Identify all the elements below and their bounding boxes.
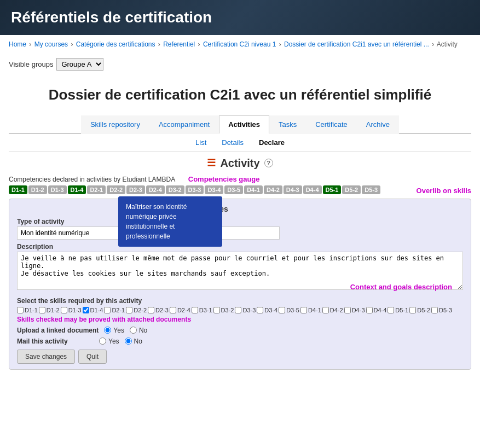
list-icon: ☰: [207, 157, 216, 169]
badge-d5-3[interactable]: D5-3: [362, 185, 380, 194]
skill-d1-2[interactable]: D1-2: [39, 307, 60, 313]
skill-d1-3[interactable]: D1-3: [61, 307, 82, 313]
visible-groups-label: Visible groups: [9, 60, 53, 68]
page-title: Dossier de certification C2i1 avec un ré…: [0, 75, 480, 110]
tab-accompaniment[interactable]: Accompaniment: [149, 115, 219, 134]
skill-d5-3[interactable]: D5-3: [431, 307, 452, 313]
tab-tasks[interactable]: Tasks: [269, 115, 306, 134]
activity-section: ☰ Activity ? Competencies declared in ac…: [0, 152, 480, 375]
upload-row: Upload a linked document Yes No: [17, 327, 463, 334]
tab-activities[interactable]: Activities: [219, 115, 269, 134]
mail-yes-label: Yes: [108, 338, 119, 345]
help-icon[interactable]: ?: [264, 159, 273, 167]
visible-groups-select[interactable]: Groupe A Groupe B: [56, 58, 103, 71]
mail-no-radio[interactable]: [125, 338, 132, 345]
badge-d4-1[interactable]: D4-1: [244, 185, 263, 194]
form-area: ivité et des compétences Type of activit…: [9, 199, 471, 370]
context-goals-label: Context and goals description: [350, 283, 452, 291]
upload-no-group: No: [130, 327, 147, 334]
upload-label: Upload a linked document: [17, 327, 99, 334]
skill-d2-3[interactable]: D2-3: [148, 307, 169, 313]
tab-archive[interactable]: Archive: [357, 115, 399, 134]
skills-select-label: Select the skills required by this activ…: [17, 297, 463, 305]
quit-button[interactable]: Quit: [78, 350, 107, 364]
save-button[interactable]: Save changes: [17, 350, 75, 364]
breadcrumb-home[interactable]: Home: [9, 40, 26, 48]
button-row: Save changes Quit: [17, 350, 463, 364]
activity-heading: ☰ Activity ?: [9, 157, 471, 170]
skill-d3-5[interactable]: D3-5: [279, 307, 299, 313]
site-title: Référentiels de certification: [11, 9, 469, 26]
badge-d2-2[interactable]: D2-2: [107, 185, 125, 194]
skill-d4-4[interactable]: D4-4: [366, 307, 387, 313]
upload-no-label: No: [139, 327, 147, 334]
mail-no-group: No: [125, 338, 142, 345]
skill-d3-3[interactable]: D3-3: [235, 307, 256, 313]
skill-d4-1[interactable]: D4-1: [300, 307, 321, 313]
breadcrumb-certification[interactable]: Certification C2i niveau 1: [203, 40, 276, 48]
badge-d2-1[interactable]: D2-1: [87, 185, 106, 194]
breadcrumb-referentiel[interactable]: Referentiel: [163, 40, 195, 48]
skill-d5-2[interactable]: D5-2: [409, 307, 430, 313]
badge-d4-3[interactable]: D4-3: [284, 185, 302, 194]
skills-row: D1-1 D1-2 D1-3 D1-4 D2-1 D2-2 D2-3 D2-4 …: [17, 307, 463, 313]
sub-tab-list[interactable]: List: [193, 137, 209, 148]
skill-tooltip: Maîtriser son identité numérique privée …: [118, 196, 222, 247]
badge-d4-4[interactable]: D4-4: [303, 185, 322, 194]
skills-checked-label: Skills checked may be proved with attach…: [17, 316, 463, 323]
skill-d4-3[interactable]: D4-3: [344, 307, 365, 313]
badge-d1-1[interactable]: D1-1: [9, 185, 27, 194]
upload-no-radio[interactable]: [130, 327, 137, 334]
upload-yes-label: Yes: [113, 327, 124, 334]
badge-d3-2[interactable]: D3-2: [166, 185, 184, 194]
sub-tab-details[interactable]: Details: [219, 137, 246, 148]
tabs-container: Skills repository Accompaniment Activiti…: [9, 115, 471, 134]
badge-d1-2[interactable]: D1-2: [28, 185, 47, 194]
badge-d3-5[interactable]: D3-5: [224, 185, 243, 194]
skill-d3-1[interactable]: D3-1: [192, 307, 212, 313]
mail-no-label: No: [134, 338, 142, 345]
skill-d3-2[interactable]: D3-2: [213, 307, 234, 313]
mail-label: Mail this activity: [17, 338, 94, 345]
mail-yes-group: Yes: [99, 338, 119, 345]
competencies-header: Competencies declared in activities by E…: [9, 176, 175, 183]
upload-yes-radio[interactable]: [104, 327, 111, 334]
skill-d4-2[interactable]: D4-2: [322, 307, 343, 313]
overlib-label: Overlib on skills: [417, 187, 471, 195]
description-label: Description: [17, 243, 463, 251]
type-of-activity-label: Type of activity: [17, 218, 463, 225]
skill-d2-1[interactable]: D2-1: [104, 307, 125, 313]
breadcrumb-categorie[interactable]: Catégorie des certifications: [76, 40, 155, 48]
competencies-gauge-label: Competencies gauge: [188, 175, 260, 183]
badge-d4-2[interactable]: D4-2: [264, 185, 282, 194]
visible-groups-container: Visible groups Groupe A Groupe B: [0, 54, 480, 75]
badge-d3-3[interactable]: D3-3: [186, 185, 204, 194]
skill-d5-1[interactable]: D5-1: [388, 307, 408, 313]
sub-tab-declare[interactable]: Declare: [257, 137, 287, 148]
site-header: Référentiels de certification: [0, 0, 480, 35]
form-title: ivité et des compétences: [17, 205, 463, 213]
breadcrumb: Home › My courses › Catégorie des certif…: [0, 35, 480, 54]
badge-d1-4[interactable]: D1-4: [68, 185, 86, 194]
badge-row: D1-1 D1-2 D1-3 D1-4 D2-1 D2-2 D2-3 D2-4 …: [9, 185, 471, 194]
sub-tabs: List Details Declare: [9, 134, 471, 152]
badge-d3-4[interactable]: D3-4: [205, 185, 223, 194]
skill-d3-4[interactable]: D3-4: [257, 307, 277, 313]
activity-title: Activity: [220, 157, 259, 170]
mail-yes-radio[interactable]: [99, 338, 106, 345]
badge-d2-3[interactable]: D2-3: [126, 185, 145, 194]
breadcrumb-dossier[interactable]: Dossier de certification C2i1 avec un ré…: [284, 40, 429, 48]
breadcrumb-current: Activity: [437, 40, 458, 48]
badge-d2-4[interactable]: D2-4: [146, 185, 165, 194]
breadcrumb-mycourses[interactable]: My courses: [34, 40, 68, 48]
badge-d5-1[interactable]: D5-1: [323, 185, 342, 194]
tab-certificate[interactable]: Certificate: [306, 115, 357, 134]
tab-skills-repository[interactable]: Skills repository: [81, 115, 149, 134]
skill-d2-2[interactable]: D2-2: [126, 307, 147, 313]
skill-d2-4[interactable]: D2-4: [170, 307, 190, 313]
skill-d1-1[interactable]: D1-1: [17, 307, 38, 313]
badge-d1-3[interactable]: D1-3: [48, 185, 67, 194]
skill-d1-4[interactable]: D1-4: [83, 307, 103, 313]
badge-d5-2[interactable]: D5-2: [342, 185, 361, 194]
upload-yes-group: Yes: [104, 327, 124, 334]
